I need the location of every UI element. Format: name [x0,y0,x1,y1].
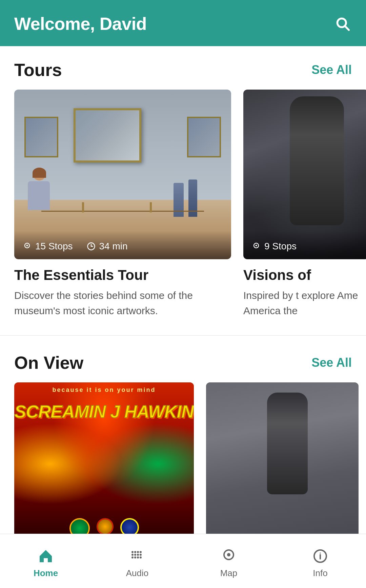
tour-title-essentials: The Essentials Tour [14,267,231,283]
tour-card-body-essentials: The Essentials Tour Discover the stories… [14,259,231,318]
tour-card-essentials[interactable]: 15 Stops 34 min The Esse [14,90,231,318]
audio-icon [128,547,146,565]
artwork-image-screamin: because it is on your mind SCREAMIN J HA… [14,382,194,545]
artwork-image-2 [206,382,359,545]
svg-line-1 [345,26,349,30]
svg-point-20 [140,556,142,558]
svg-point-9 [131,551,134,553]
svg-point-18 [140,551,142,553]
svg-point-22 [227,553,230,556]
svg-point-17 [137,556,139,558]
svg-point-0 [337,18,346,27]
tours-section-header: Tours See All [0,46,366,90]
home-svg [38,548,54,564]
app-header: Welcome, David [0,0,366,46]
rope-post-2 [150,202,152,212]
hawkins-subtitle: because it is on your mind [14,386,194,394]
artwork-img-inner: because it is on your mind SCREAMIN J HA… [14,382,194,545]
info-svg [312,548,328,564]
on-view-title: On View [14,353,83,373]
on-view-see-all[interactable]: See All [311,356,352,370]
map-icon [220,547,238,565]
artwork-card-screamin[interactable]: because it is on your mind SCREAMIN J HA… [14,382,194,545]
person-hair [33,168,46,178]
side-painting-right [187,117,221,157]
svg-point-10 [134,551,136,553]
svg-point-8 [256,245,257,246]
stops-icon-2 [251,242,261,251]
on-view-carousel: because it is on your mind SCREAMIN J HA… [0,382,366,559]
svg-point-14 [137,554,139,556]
tour-stats-overlay-2: 9 Stops [243,231,366,259]
svg-point-12 [131,554,134,556]
tours-carousel: 15 Stops 34 min The Esse [0,90,366,332]
tour-stats-overlay: 15 Stops 34 min [14,231,231,259]
search-icon [335,16,350,31]
tours-see-all[interactable]: See All [311,63,352,77]
stops-label: 15 Stops [35,241,73,252]
welcome-title: Welcome, David [14,14,147,34]
svg-point-25 [320,552,321,553]
tour-card-body-visions: Visions of Inspired by t explore Ame Ame… [243,259,366,318]
bottom-nav: Home Audio [0,534,366,588]
home-icon [37,547,55,565]
tour-image-visions: 9 Stops [243,90,366,259]
bg-person-1 [174,183,184,217]
duration-stat: 34 min [86,241,128,252]
hawkins-main-text: SCREAMIN J HAWKIN [14,403,194,420]
nav-label-audio: Audio [126,568,149,578]
stops-label-2: 9 Stops [264,241,297,252]
on-view-section-header: On View See All [0,339,366,382]
svg-point-3 [26,245,28,246]
nav-item-home[interactable]: Home [0,544,92,578]
nav-label-home: Home [34,568,58,578]
main-painting [74,108,141,163]
nav-item-audio[interactable]: Audio [92,544,183,578]
svg-point-13 [134,554,136,556]
search-button[interactable] [333,15,352,33]
svg-point-15 [131,556,134,558]
svg-point-19 [140,554,142,556]
map-svg [221,548,237,564]
info-icon [311,547,329,565]
tour-card-visions[interactable]: 9 Stops Visions of Inspired by t explore… [243,90,366,318]
nav-label-map: Map [220,568,238,578]
nav-item-map[interactable]: Map [183,544,274,578]
section-divider [0,335,366,336]
tour-title-visions: Visions of [243,267,366,283]
tours-title: Tours [14,60,62,80]
svg-point-16 [134,556,136,558]
artwork-card-2[interactable] [206,382,359,545]
sculpture-shape [290,96,344,225]
duration-label: 34 min [99,241,128,252]
tour-desc-visions: Inspired by t explore Ame America the [243,288,366,318]
rope-barrier [41,211,204,212]
side-painting-left [24,117,58,157]
stops-icon [22,242,32,251]
rope-post-1 [82,202,84,212]
nav-item-info[interactable]: Info [274,544,366,578]
person-head [33,168,46,181]
artwork-img-2-inner [206,382,359,545]
stops-stat: 15 Stops [22,241,73,252]
stops-stat-2: 9 Stops [251,241,297,252]
audio-svg [129,548,145,564]
clock-icon [86,242,96,251]
main-painting-inner [76,110,139,160]
tour-desc-essentials: Discover the stories behind some of the … [14,288,231,318]
nav-label-info: Info [313,568,327,578]
tour-image-essentials: 15 Stops 34 min [14,90,231,259]
tour-image-wrap-essentials: 15 Stops 34 min [14,90,231,259]
person-torso [28,181,50,210]
svg-point-11 [137,551,139,553]
tour-image-wrap-visions: 9 Stops [243,90,366,259]
person-sitting [28,168,50,210]
